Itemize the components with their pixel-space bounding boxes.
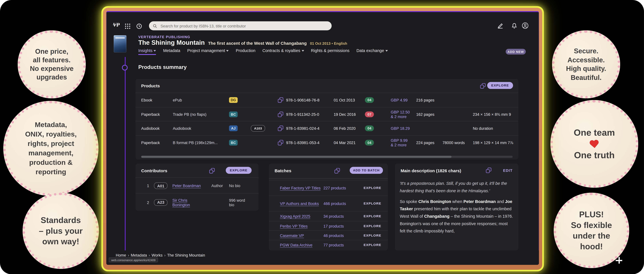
add-to-batch-button[interactable]: ADD TO BATCH <box>350 167 383 174</box>
account-icon[interactable] <box>522 22 529 29</box>
contributor-row[interactable]: 1 A01 Peter Boardman Author No bio <box>136 178 258 194</box>
badge-text: Standards – plus your own way! <box>39 215 82 247</box>
product-row[interactable]: Audiobook Audiobook AJ A103 978-1-83981-… <box>136 121 518 135</box>
tab-contracts-royalties[interactable]: Contracts & royalties <box>262 48 304 54</box>
batch-row[interactable]: Faber Factory VP Titles 227 products EXP… <box>269 180 388 196</box>
product-format: ePub <box>173 98 227 102</box>
batch-row[interactable]: PGW Data Archive 77 products EXPLORE <box>269 240 388 250</box>
batch-explore-button[interactable]: EXPLORE <box>364 233 382 238</box>
tab-metadata[interactable]: Metadata <box>163 48 180 54</box>
contributor-row[interactable]: 2 A23 Sir Chris Bonington 996 word bio <box>136 193 258 211</box>
product-format: Trade PB (no flaps) <box>173 112 227 117</box>
products-panel: Products EXPLORE Ebook ePub DG 978-1-906… <box>136 79 518 160</box>
scrollbar-thumb[interactable] <box>141 156 452 158</box>
product-pages: 224 pages <box>416 140 434 145</box>
copy-icon[interactable] <box>209 168 215 173</box>
search-input[interactable] <box>160 23 328 28</box>
copy-isbn-icon[interactable] <box>278 126 283 131</box>
breadcrumb-item[interactable]: Home <box>116 253 126 258</box>
app-screen: VP VERTEBRATE PUBLISHING <box>106 11 539 265</box>
batch-explore-button[interactable]: EXPLORE <box>364 186 382 191</box>
batch-product-count: 17 products <box>324 224 346 228</box>
badge-one-team: One team One truth <box>550 100 638 188</box>
product-pages: 162 pages <box>416 112 434 117</box>
product-price-link[interactable]: GBP 18.29 <box>391 126 414 131</box>
contributor-name-link[interactable]: Sir Chris Bonington <box>172 198 194 207</box>
badge-metadata-onix: Metadata, ONIX, royalties, rights, proje… <box>3 101 98 196</box>
edit-description-button[interactable]: EDIT <box>503 169 512 173</box>
contributors-explore-button[interactable]: EXPLORE <box>226 167 252 174</box>
badge-one-price: One price, all features. No expensive up… <box>18 30 86 98</box>
product-row[interactable]: Paperback Trade PB (no flaps) BC 978-1-9… <box>136 107 518 121</box>
product-price-link[interactable]: GBP 9.99 & 2 more <box>391 138 414 147</box>
contributors-panel: Contributors EXPLORE 1 A01 Peter Boardma… <box>136 164 258 211</box>
copy-icon[interactable] <box>334 168 340 173</box>
tab-data-exchange[interactable]: Data exchange <box>356 48 388 54</box>
add-new-button[interactable]: ADD NEW <box>506 49 526 54</box>
apps-grid-icon[interactable] <box>124 23 131 29</box>
vp-logo[interactable]: VP <box>113 22 120 28</box>
product-price-link[interactable]: GBP 4.99 <box>391 98 414 102</box>
product-dimensions: 234 × 156 × 8¾ mm 9 <box>473 112 516 117</box>
product-dimensions: 198 × 129 × 14 mm 7⅞ <box>473 140 516 145</box>
main-description-panel: Main description (1826 chars) EDIT 'It's… <box>395 164 518 251</box>
copy-icon[interactable] <box>486 168 491 173</box>
copy-isbn-icon[interactable] <box>278 97 283 103</box>
batch-name-link[interactable]: PGW Data Archive <box>280 243 321 247</box>
compose-icon[interactable] <box>497 22 504 29</box>
batch-name-link[interactable]: Peribo VP Titles <box>280 224 321 228</box>
badge-text: One price, all features. No expensive up… <box>30 47 74 82</box>
batch-explore-button[interactable]: EXPLORE <box>364 243 382 247</box>
tab-label: Contracts & royalties <box>262 48 300 53</box>
breadcrumb-item[interactable]: Works <box>152 253 162 258</box>
product-row[interactable]: Ebook ePub DG 978-1-906148-76-8 01 Oct 2… <box>136 93 518 107</box>
product-row[interactable]: Paperback B format PB (198x129m... BC 97… <box>136 135 518 150</box>
page-title: Products summary <box>138 64 187 70</box>
copy-isbn-icon[interactable] <box>278 140 283 145</box>
tab-project-management[interactable]: Project management <box>187 48 229 54</box>
breadcrumb-item[interactable]: The Shining Mountain <box>167 253 205 258</box>
divider <box>269 178 388 179</box>
badge-standards: Standards – plus your own way! <box>22 193 99 269</box>
tab-rights-permissions[interactable]: Rights & permissions <box>311 48 350 54</box>
product-price-link[interactable]: GBP 12.50 & 2 more <box>391 110 414 119</box>
batch-row[interactable]: Casemate VP 46 products EXPLORE <box>269 230 388 240</box>
batch-row[interactable]: Peribo VP Titles 17 products EXPLORE <box>269 221 388 231</box>
product-type: Audiobook <box>141 126 160 131</box>
tab-production[interactable]: Production <box>236 48 256 54</box>
search-bar[interactable] <box>149 21 332 30</box>
copy-isbn-icon[interactable] <box>278 112 283 117</box>
products-explore-button[interactable]: EXPLORE <box>487 82 513 89</box>
batch-name-link[interactable]: Xigxag April 2025 <box>280 214 321 219</box>
chevron-down-icon <box>385 50 388 51</box>
laptop-frame: VP VERTEBRATE PUBLISHING <box>101 6 544 272</box>
product-type: Paperback <box>141 112 160 117</box>
batch-explore-button[interactable]: EXPLORE <box>364 214 382 219</box>
book-cover-thumbnail[interactable] <box>114 35 126 52</box>
product-pub-date: 04 Mar 2021 <box>334 140 356 145</box>
batch-explore-button[interactable]: EXPLORE <box>364 224 382 228</box>
contributor-role: Author <box>212 183 223 188</box>
contributor-name-link[interactable]: Peter Boardman <box>172 183 207 188</box>
batch-row[interactable]: VP Authors and Books 466 products EXPLOR… <box>269 196 388 212</box>
copy-icon[interactable] <box>480 83 486 88</box>
breadcrumb-separator: › <box>128 253 129 258</box>
batch-name-link[interactable]: VP Authors and Books <box>280 201 321 206</box>
breadcrumb-separator: › <box>164 253 166 258</box>
batch-name-link[interactable]: Casemate VP <box>280 233 321 238</box>
batch-row[interactable]: Xigxag April 2025 34 products EXPLORE <box>269 211 388 221</box>
breadcrumb-item[interactable]: Metadata <box>131 253 147 258</box>
history-icon[interactable] <box>136 23 142 29</box>
status-badge: 04 <box>365 125 374 131</box>
description-quote: 'It's a preposterous plan. Still, if you… <box>400 180 513 195</box>
notifications-bell-icon[interactable] <box>511 22 518 29</box>
horizontal-scrollbar[interactable] <box>141 156 513 158</box>
work-subtitle: The first ascent of the West Wall of Cha… <box>208 41 307 45</box>
batch-explore-button[interactable]: EXPLORE <box>364 201 382 206</box>
product-pub-date: 19 Dec 2016 <box>334 112 356 117</box>
product-words: 78000 words <box>442 140 465 145</box>
tab-insights[interactable]: Insights <box>138 48 156 55</box>
work-title: The Shining Mountain <box>138 39 205 46</box>
batch-name-link[interactable]: Faber Factory VP Titles <box>280 186 321 191</box>
product-format: Audiobook <box>173 126 227 131</box>
